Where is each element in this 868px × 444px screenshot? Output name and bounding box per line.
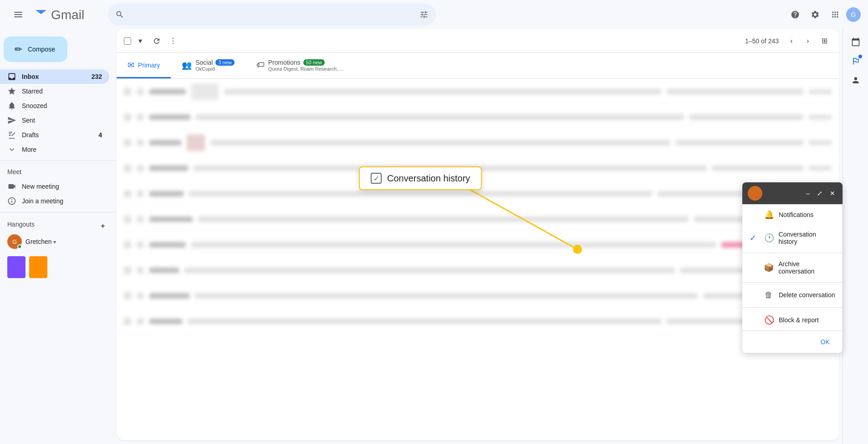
sidebar-item-inbox[interactable]: Inbox 232: [0, 69, 109, 84]
primary-tab-icon: ✉: [128, 60, 134, 70]
star-icon: [7, 87, 16, 96]
menu-button[interactable]: [7, 4, 29, 26]
star: [137, 241, 144, 248]
email-row[interactable]: [117, 283, 839, 309]
topbar: Gmail Search mail G: [0, 0, 868, 29]
sender: [149, 217, 193, 222]
tab-promotions[interactable]: 🏷 Promotions 50 new Quora Digest, Roam R…: [245, 53, 355, 78]
checkbox: [124, 292, 131, 299]
email-row[interactable]: [117, 79, 839, 104]
popup-expand-button[interactable]: ⤢: [815, 188, 824, 199]
sidebar-item-snoozed[interactable]: Snoozed: [0, 98, 109, 113]
account-button[interactable]: G: [846, 7, 861, 22]
email-row[interactable]: [117, 232, 839, 258]
primary-tab-label: Primary: [138, 62, 160, 69]
sidebar-item-new-meeting[interactable]: New meeting: [0, 179, 109, 194]
sidebar: ✏ Compose Inbox 232 Starred Snoozed: [0, 29, 117, 444]
right-panel-contacts[interactable]: [847, 71, 865, 89]
preview: [667, 89, 803, 94]
email-row[interactable]: [117, 207, 839, 232]
snoozed-label: Snoozed: [22, 102, 102, 109]
sidebar-item-starred[interactable]: Starred: [0, 84, 109, 98]
email-row[interactable]: [117, 258, 839, 283]
block-report-label: Block & report: [779, 316, 819, 324]
sender: [149, 268, 179, 273]
sidebar-item-sent[interactable]: Sent: [0, 113, 109, 128]
hangout-list-item[interactable]: [0, 254, 117, 280]
right-panel-calendar[interactable]: [847, 33, 865, 51]
svg-rect-0: [14, 12, 22, 13]
sidebar-divider: [0, 160, 117, 161]
email-toolbar: ▾ ⋮ 1–50 of 243 ‹ › ⊞: [117, 29, 839, 53]
popup-divider-3: [742, 307, 842, 308]
next-page-button[interactable]: ›: [801, 34, 815, 48]
prev-page-button[interactable]: ‹: [784, 34, 799, 48]
add-hangout-button[interactable]: +: [97, 220, 109, 232]
sender: [149, 89, 186, 94]
sidebar-item-join-meeting[interactable]: Join a meeting: [0, 194, 109, 208]
email-row[interactable]: [117, 309, 839, 334]
popup-item-delete[interactable]: ✓ 🗑 Delete conversation: [742, 284, 842, 305]
sender: [149, 319, 182, 324]
ok-button[interactable]: OK: [813, 335, 837, 349]
hangouts-section: Hangouts + G Gretchen ▾: [0, 216, 117, 254]
search-input[interactable]: Search mail: [130, 10, 414, 19]
conversation-history-label: Conversation history: [779, 231, 835, 245]
popup-item-archive[interactable]: ✓ 📦 Archive conversation: [742, 255, 842, 280]
popup-item-conversation-history[interactable]: ✓ 🕐 Conversation history: [742, 225, 842, 251]
tab-primary[interactable]: ✉ Primary: [117, 53, 171, 78]
promotions-tab-label: Promotions: [268, 59, 301, 66]
star: [137, 267, 144, 274]
popup-close-button[interactable]: ✕: [828, 188, 837, 199]
star: [137, 318, 144, 325]
sidebar-item-drafts[interactable]: Drafts 4: [0, 128, 109, 142]
tab-social[interactable]: 👥 Social 3 new OkCupid: [171, 53, 245, 78]
drafts-icon: [7, 130, 16, 139]
popup-item-notifications[interactable]: ✓ 🔔 Notifications: [742, 204, 842, 225]
inbox-label: Inbox: [22, 73, 92, 80]
hangout-user-gretchen[interactable]: G Gretchen ▾: [7, 232, 109, 251]
promotions-tab-badge: 50 new: [303, 59, 325, 66]
sidebar-item-more[interactable]: More: [0, 142, 109, 157]
support-button[interactable]: [786, 5, 804, 24]
svg-rect-2: [14, 16, 22, 17]
sender: [149, 242, 186, 248]
bell-icon: 🔔: [764, 210, 773, 220]
gmail-wordmark: Gmail: [51, 5, 101, 24]
time: [809, 140, 832, 145]
tasks-notification-dot: [858, 55, 862, 58]
right-panel-tasks[interactable]: [847, 52, 865, 70]
time: [809, 166, 832, 170]
archive-label: Archive conversation: [778, 260, 835, 275]
search-options-icon[interactable]: [419, 10, 429, 19]
preview: [676, 140, 803, 145]
starred-label: Starred: [22, 88, 102, 95]
topbar-right: G: [786, 5, 861, 24]
more-options-button[interactable]: ⋮: [166, 34, 180, 48]
checkbox: [124, 318, 131, 325]
checkbox: [124, 190, 131, 197]
subject: [184, 268, 675, 273]
view-toggle-button[interactable]: ⊞: [817, 34, 832, 48]
checkbox: [124, 88, 131, 95]
star: [137, 216, 144, 223]
search-bar[interactable]: Search mail: [108, 4, 436, 26]
promotions-tab-sub: Quora Digest, Roam Research, ...: [268, 66, 344, 72]
time: [809, 115, 832, 119]
popup-minimize-button[interactable]: –: [804, 188, 812, 199]
email-row[interactable]: [117, 130, 839, 155]
select-all-checkbox[interactable]: [124, 37, 131, 45]
subject: [196, 114, 684, 120]
right-panels: [842, 29, 868, 444]
apps-button[interactable]: [826, 5, 844, 24]
popup-header: – ⤢ ✕: [742, 182, 842, 204]
refresh-button[interactable]: [149, 34, 164, 48]
compose-button[interactable]: ✏ Compose: [4, 36, 67, 62]
settings-button[interactable]: [806, 5, 824, 24]
select-dropdown-button[interactable]: ▾: [133, 34, 148, 48]
email-row[interactable]: [117, 104, 839, 130]
hangout-color-block-2: [29, 256, 47, 278]
drafts-count: 4: [98, 131, 102, 139]
popup-item-block-report[interactable]: ✓ 🚫 Block & report: [742, 310, 842, 330]
tooltip-label: Conversation history: [387, 173, 470, 184]
